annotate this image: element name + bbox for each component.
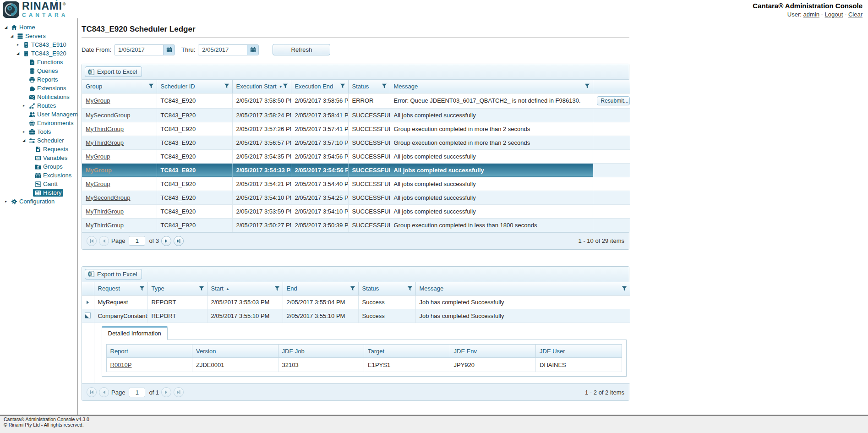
tree-item-label[interactable]: Environments — [27, 119, 75, 127]
table-row[interactable]: MyThirdGroup TC843_E920 2/05/2017 3:50:2… — [82, 218, 630, 232]
page-number-input[interactable] — [129, 388, 145, 397]
filter-button[interactable] — [340, 83, 345, 88]
pager-first-button[interactable] — [87, 236, 97, 246]
tree-item-label[interactable]: User Management — [27, 110, 78, 118]
filter-button[interactable] — [139, 286, 145, 291]
detail-row[interactable]: R0010PZJDE000132103E1PYS1JPY920DHAINES — [106, 358, 622, 372]
table-row[interactable]: MyGroup TC843_E920 2/05/2017 3:58:50 PM … — [82, 93, 630, 108]
clear-link[interactable]: Clear — [848, 11, 863, 18]
tree-item-label[interactable]: Configuration — [9, 197, 56, 205]
sidebar-item-tc843-e910[interactable]: ▸TC843_E910 — [0, 40, 77, 49]
tree-item-label[interactable]: History — [33, 189, 63, 197]
detail-column-header-report[interactable]: Report — [106, 345, 192, 358]
tree-expanded-icon[interactable]: ◢ — [15, 51, 21, 55]
sidebar-item-groups[interactable]: Groups — [0, 162, 77, 171]
filter-button[interactable] — [350, 286, 355, 291]
column-header-actions[interactable] — [593, 80, 630, 93]
export-to-excel-button[interactable]: x Export to Excel — [85, 66, 142, 77]
detail-column-header-target[interactable]: Target — [364, 345, 450, 358]
tree-expanded-icon[interactable]: ◢ — [9, 34, 15, 38]
group-link[interactable]: MyThirdGroup — [86, 139, 124, 146]
column-header-start[interactable]: Start▲ — [207, 282, 283, 296]
tree-item-label[interactable]: Requests — [33, 145, 70, 153]
detail-column-header-jde-env[interactable]: JDE Env — [450, 345, 536, 358]
filter-button[interactable] — [584, 83, 590, 88]
group-link[interactable]: MyGroup — [86, 167, 112, 174]
sidebar-item-tools[interactable]: ▸Tools — [0, 127, 77, 136]
tree-item-label[interactable]: Reports — [27, 76, 60, 83]
table-row[interactable]: CompanyConstants REPORT 2/05/2017 3:55:1… — [82, 309, 630, 323]
table-row[interactable]: MyGroup TC843_E920 2/05/2017 3:54:33 PM … — [82, 163, 630, 177]
tree-item-label[interactable]: Groups — [33, 163, 65, 170]
column-header-status[interactable]: Status — [358, 282, 415, 296]
tree-item-label[interactable]: TC843_E910 — [21, 41, 68, 49]
column-header-scheduler-id[interactable]: Scheduler ID — [157, 80, 232, 93]
tree-collapsed-icon[interactable]: ▸ — [3, 199, 9, 203]
group-link[interactable]: MyGroup — [86, 97, 110, 104]
group-link[interactable]: MyGroup — [86, 153, 110, 160]
expand-row-icon[interactable] — [87, 301, 89, 304]
table-row[interactable]: MyThirdGroup TC843_E920 2/05/2017 3:56:5… — [82, 136, 630, 149]
sidebar-item-environments[interactable]: Environments — [0, 119, 77, 127]
tree-collapsed-icon[interactable]: ▸ — [15, 43, 21, 47]
column-header-status[interactable]: Status — [348, 80, 390, 93]
group-link[interactable]: MySecondGroup — [86, 194, 131, 201]
tree-item-label[interactable]: Queries — [27, 67, 60, 75]
export-to-excel-button[interactable]: x Export to Excel — [85, 269, 142, 280]
collapse-row-icon[interactable] — [85, 312, 91, 318]
resubmit-button[interactable]: Resubmit... — [597, 96, 630, 105]
tree-item-label[interactable]: Notifications — [27, 93, 71, 101]
tree-item-label[interactable]: Extensions — [27, 84, 68, 92]
group-link[interactable]: MyThirdGroup — [86, 208, 124, 215]
column-header-execution-end[interactable]: Execution End — [291, 80, 348, 93]
detail-column-header-jde-job[interactable]: JDE Job — [278, 345, 364, 358]
tree-item-label[interactable]: Servers — [15, 32, 48, 40]
tree-item-label[interactable]: Routes — [27, 102, 58, 110]
tab-detailed-information[interactable]: Detailed Information — [102, 326, 168, 340]
column-header-request[interactable]: Request — [94, 282, 147, 296]
date-from-calendar-button[interactable] — [163, 45, 175, 55]
group-link[interactable]: MySecondGroup — [86, 112, 131, 119]
group-link[interactable]: MyThirdGroup — [86, 222, 124, 229]
tree-item-label[interactable]: Exclusions — [33, 171, 73, 179]
pager-next-button[interactable] — [161, 387, 171, 397]
user-link[interactable]: admin — [803, 11, 819, 18]
pager-first-button[interactable] — [87, 387, 97, 397]
tree-expanded-icon[interactable]: ◢ — [3, 25, 9, 29]
table-row[interactable]: MyGroup TC843_E920 2/05/2017 3:54:21 PM … — [82, 177, 630, 191]
page-number-input[interactable] — [129, 236, 145, 246]
tree-expanded-icon[interactable]: ◢ — [21, 138, 27, 143]
tree-item-label[interactable]: Scheduler — [27, 137, 66, 144]
tree-item-label[interactable]: Functions — [27, 58, 65, 66]
sidebar-item-tc843-e920[interactable]: ◢TC843_E920 — [0, 49, 77, 58]
group-link[interactable]: MyGroup — [86, 181, 110, 187]
sidebar-item-scheduler[interactable]: ◢Scheduler — [0, 136, 77, 145]
sidebar-item-servers[interactable]: ◢Servers — [0, 32, 77, 40]
column-header-end[interactable]: End — [283, 282, 358, 296]
sidebar-item-configuration[interactable]: ▸Configuration — [0, 197, 77, 206]
table-row[interactable]: MyThirdGroup TC843_E920 2/05/2017 3:53:5… — [82, 204, 630, 218]
sidebar-item-extensions[interactable]: Extensions — [0, 84, 77, 93]
sidebar-item-history[interactable]: History — [0, 188, 77, 197]
tree-item-label[interactable]: TC843_E920 — [21, 49, 68, 57]
sidebar-item-variables[interactable]: (x)Variables — [0, 153, 77, 162]
filter-button[interactable] — [199, 286, 204, 291]
column-header-message[interactable]: Message — [415, 282, 630, 296]
tree-collapsed-icon[interactable]: ▸ — [21, 104, 27, 108]
table-row[interactable]: MySecondGroup TC843_E920 2/05/2017 3:58:… — [82, 108, 630, 122]
detail-column-header-version[interactable]: Version — [192, 345, 278, 358]
sidebar-item-functions[interactable]: Functions — [0, 58, 77, 66]
sidebar-item-gantt[interactable]: Gantt — [0, 180, 77, 188]
date-from-input[interactable] — [115, 45, 163, 55]
thru-input[interactable] — [198, 45, 247, 55]
pager-last-button[interactable] — [174, 236, 184, 246]
tree-item-label[interactable]: (x)Variables — [33, 154, 69, 162]
pager-next-button[interactable] — [161, 236, 171, 246]
filter-button[interactable] — [283, 83, 288, 88]
filter-button[interactable] — [274, 286, 280, 291]
sidebar-item-queries[interactable]: Queries — [0, 66, 77, 75]
column-header-type[interactable]: Type — [147, 282, 207, 296]
sidebar-item-home[interactable]: ◢Home — [0, 23, 77, 32]
sidebar-item-user-management[interactable]: User Management — [0, 110, 77, 119]
filter-button[interactable] — [224, 83, 229, 88]
